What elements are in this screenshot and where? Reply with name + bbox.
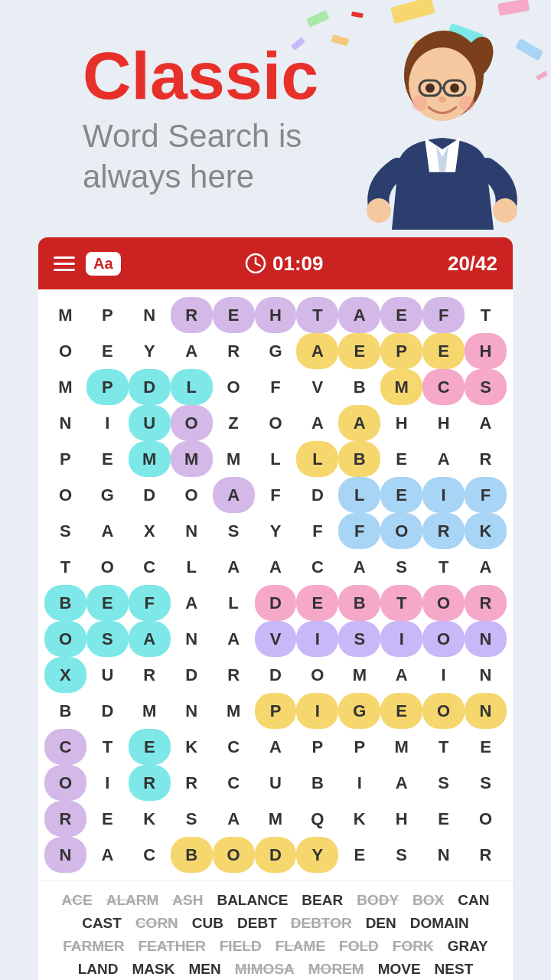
grid-cell[interactable]: A bbox=[338, 549, 380, 585]
grid-cell[interactable]: P bbox=[44, 441, 86, 477]
grid-cell[interactable]: B bbox=[296, 765, 338, 801]
grid-cell[interactable]: N bbox=[44, 837, 86, 873]
grid-cell[interactable]: A bbox=[213, 621, 255, 657]
grid-cell[interactable]: S bbox=[380, 837, 422, 873]
grid-cell[interactable]: D bbox=[129, 477, 171, 513]
grid-cell[interactable]: A bbox=[255, 549, 297, 585]
grid-cell[interactable]: E bbox=[380, 477, 422, 513]
grid-cell[interactable]: E bbox=[422, 801, 465, 837]
grid-cell[interactable]: A bbox=[338, 405, 380, 441]
grid-cell[interactable]: T bbox=[296, 297, 338, 333]
grid-cell[interactable]: N bbox=[465, 693, 507, 729]
grid-cell[interactable]: M bbox=[213, 693, 255, 729]
grid-cell[interactable]: Y bbox=[255, 513, 297, 549]
grid-cell[interactable]: L bbox=[296, 441, 338, 477]
grid-cell[interactable]: R bbox=[213, 657, 255, 693]
grid-cell[interactable]: A bbox=[422, 441, 465, 477]
grid-cell[interactable]: H bbox=[255, 297, 297, 333]
grid-cell[interactable]: O bbox=[213, 837, 255, 873]
grid-cell[interactable]: N bbox=[129, 297, 171, 333]
grid-cell[interactable]: T bbox=[380, 585, 422, 621]
grid-cell[interactable]: S bbox=[338, 621, 380, 657]
grid-cell[interactable]: G bbox=[255, 333, 297, 369]
grid-cell[interactable]: A bbox=[171, 333, 213, 369]
grid-cell[interactable]: U bbox=[255, 765, 297, 801]
grid-cell[interactable]: S bbox=[465, 369, 507, 405]
grid-cell[interactable]: L bbox=[171, 549, 213, 585]
grid-cell[interactable]: A bbox=[213, 801, 255, 837]
grid-cell[interactable]: M bbox=[213, 441, 255, 477]
grid-cell[interactable]: X bbox=[44, 657, 86, 693]
grid-cell[interactable]: O bbox=[380, 513, 422, 549]
grid-cell[interactable]: N bbox=[465, 621, 507, 657]
grid-cell[interactable]: K bbox=[338, 801, 380, 837]
grid-cell[interactable]: L bbox=[213, 585, 255, 621]
grid-cell[interactable]: O bbox=[296, 657, 338, 693]
grid-cell[interactable]: A bbox=[338, 297, 380, 333]
grid-cell[interactable]: S bbox=[380, 549, 422, 585]
grid-cell[interactable]: E bbox=[380, 441, 422, 477]
grid-cell[interactable]: O bbox=[44, 765, 86, 801]
grid-cell[interactable]: M bbox=[338, 657, 380, 693]
grid-cell[interactable]: K bbox=[129, 801, 171, 837]
grid-cell[interactable]: M bbox=[129, 441, 171, 477]
grid-cell[interactable]: E bbox=[86, 585, 129, 621]
grid-cell[interactable]: H bbox=[380, 405, 422, 441]
grid-cell[interactable]: U bbox=[86, 657, 129, 693]
grid-cell[interactable]: P bbox=[255, 693, 297, 729]
grid-cell[interactable]: L bbox=[338, 477, 380, 513]
grid-cell[interactable]: H bbox=[465, 333, 507, 369]
grid-cell[interactable]: Q bbox=[296, 801, 338, 837]
grid-cell[interactable]: E bbox=[380, 693, 422, 729]
grid-cell[interactable]: D bbox=[255, 657, 297, 693]
grid-cell[interactable]: X bbox=[129, 513, 171, 549]
grid-cell[interactable]: P bbox=[86, 369, 129, 405]
grid-cell[interactable]: V bbox=[296, 369, 338, 405]
grid-cell[interactable]: U bbox=[129, 405, 171, 441]
grid-cell[interactable]: K bbox=[171, 729, 213, 765]
grid-cell[interactable]: D bbox=[171, 657, 213, 693]
grid-cell[interactable]: O bbox=[171, 405, 213, 441]
grid-cell[interactable]: L bbox=[171, 369, 213, 405]
grid-cell[interactable]: P bbox=[338, 729, 380, 765]
grid-cell[interactable]: C bbox=[213, 765, 255, 801]
grid-cell[interactable]: R bbox=[129, 765, 171, 801]
grid-cell[interactable]: Y bbox=[296, 837, 338, 873]
grid-cell[interactable]: F bbox=[338, 513, 380, 549]
grid-cell[interactable]: A bbox=[86, 513, 129, 549]
grid-cell[interactable]: I bbox=[422, 657, 465, 693]
grid-cell[interactable]: Y bbox=[129, 333, 171, 369]
grid-cell[interactable]: M bbox=[255, 801, 297, 837]
grid-cell[interactable]: I bbox=[338, 765, 380, 801]
grid-cell[interactable]: N bbox=[171, 513, 213, 549]
grid-cell[interactable]: S bbox=[422, 765, 465, 801]
grid-cell[interactable]: N bbox=[422, 837, 465, 873]
grid-cell[interactable]: C bbox=[129, 549, 171, 585]
grid-cell[interactable]: R bbox=[213, 333, 255, 369]
grid-cell[interactable]: I bbox=[86, 765, 129, 801]
grid-cell[interactable]: D bbox=[255, 585, 297, 621]
grid-cell[interactable]: A bbox=[255, 729, 297, 765]
grid-cell[interactable]: R bbox=[465, 837, 507, 873]
grid-cell[interactable]: I bbox=[422, 477, 465, 513]
grid-cell[interactable]: F bbox=[255, 369, 297, 405]
grid-cell[interactable]: T bbox=[44, 549, 86, 585]
grid-cell[interactable]: A bbox=[213, 477, 255, 513]
grid-cell[interactable]: C bbox=[422, 369, 465, 405]
grid-cell[interactable]: M bbox=[44, 297, 86, 333]
grid-cell[interactable]: O bbox=[422, 585, 465, 621]
grid-cell[interactable]: N bbox=[171, 621, 213, 657]
grid-cell[interactable]: E bbox=[338, 837, 380, 873]
grid-cell[interactable]: A bbox=[465, 549, 507, 585]
grid-cell[interactable]: E bbox=[380, 297, 422, 333]
grid-cell[interactable]: R bbox=[171, 765, 213, 801]
grid-cell[interactable]: E bbox=[86, 801, 129, 837]
grid-cell[interactable]: O bbox=[86, 549, 129, 585]
grid-cell[interactable]: E bbox=[213, 297, 255, 333]
grid-cell[interactable]: F bbox=[465, 477, 507, 513]
grid-cell[interactable]: B bbox=[338, 441, 380, 477]
grid-cell[interactable]: R bbox=[44, 801, 86, 837]
grid-cell[interactable]: R bbox=[422, 513, 465, 549]
grid-cell[interactable]: C bbox=[44, 729, 86, 765]
grid-cell[interactable]: F bbox=[129, 585, 171, 621]
